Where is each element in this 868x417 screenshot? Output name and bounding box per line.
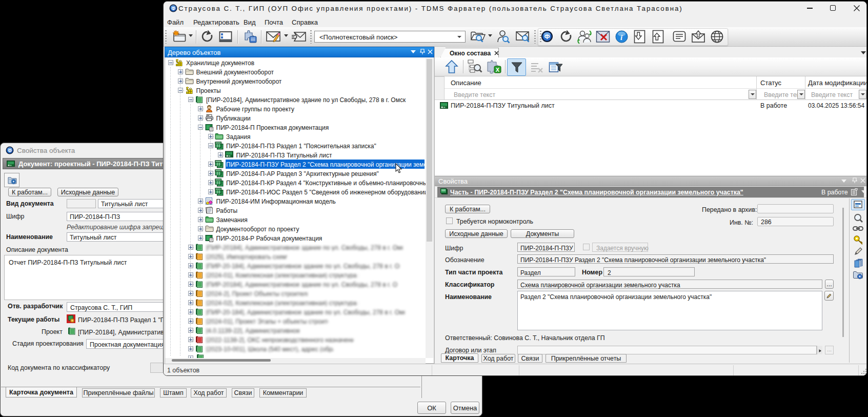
svg-text:Ф: Ф [8,148,12,153]
svg-text:Ф: Ф [171,6,175,11]
svg-text:X: X [496,67,500,73]
svg-text:Ф: Ф [544,33,550,41]
